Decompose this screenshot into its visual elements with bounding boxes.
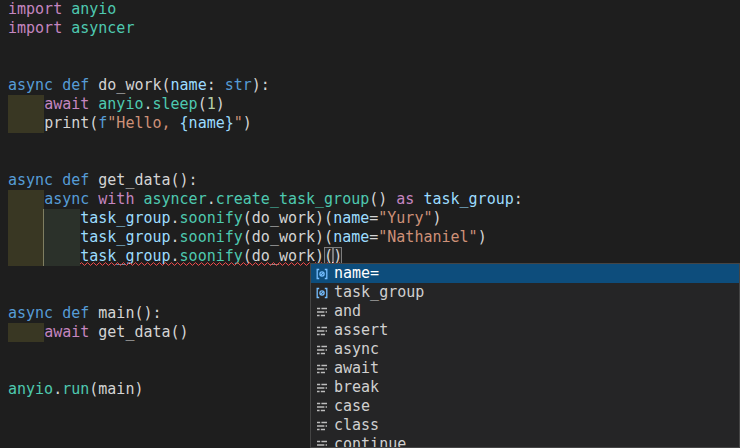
code-token: def — [62, 171, 89, 189]
code-token: await — [44, 95, 89, 113]
code-token: task_group — [80, 209, 170, 227]
code-line[interactable]: import anyio — [0, 0, 740, 19]
suggestion-item[interactable]: and — [311, 302, 739, 321]
code-token: do_work — [252, 209, 315, 227]
variable-icon — [314, 285, 330, 301]
code-token: 1 — [207, 95, 216, 113]
code-line[interactable]: task_group.soonify(do_work)(name="Nathan… — [0, 228, 740, 247]
keyword-icon — [314, 323, 330, 339]
code-token: (): — [171, 171, 198, 189]
code-token: soonify — [180, 209, 243, 227]
code-editor: import anyioimport asyncerasync def do_w… — [0, 0, 740, 448]
keyword-icon — [314, 399, 330, 415]
code-token: )( — [315, 228, 333, 246]
code-line[interactable] — [0, 38, 740, 57]
suggestion-label: name= — [334, 264, 379, 283]
code-token: ) — [216, 95, 225, 113]
code-token: f — [98, 114, 107, 132]
code-token: async — [8, 171, 53, 189]
code-token: ( — [89, 114, 98, 132]
suggestion-item[interactable]: await — [311, 359, 739, 378]
code-token — [8, 95, 44, 113]
code-line[interactable]: await anyio.sleep(1) — [0, 95, 740, 114]
code-token — [8, 114, 44, 132]
code-token: . — [53, 380, 62, 398]
code-token: . — [143, 95, 152, 113]
code-token: with — [98, 190, 134, 208]
code-line[interactable] — [0, 57, 740, 76]
suggestion-label: await — [334, 359, 379, 378]
error-squiggle — [80, 261, 346, 266]
code-token — [53, 171, 62, 189]
keyword-icon — [314, 342, 330, 358]
suggestion-item[interactable]: continue — [311, 435, 739, 448]
code-token — [89, 95, 98, 113]
code-line[interactable]: task_group.soonify(do_work)(name="Yury") — [0, 209, 740, 228]
code-token: )( — [315, 209, 333, 227]
code-token: async — [8, 76, 53, 94]
suggestion-label: async — [334, 340, 379, 359]
code-token: def — [62, 304, 89, 322]
suggestion-item[interactable]: break — [311, 378, 739, 397]
code-line[interactable]: async def do_work(name: str): — [0, 76, 740, 95]
code-token: name — [171, 76, 207, 94]
code-token: import — [8, 19, 62, 37]
suggestion-label: break — [334, 378, 379, 397]
code-token: ) — [243, 114, 252, 132]
variable-icon — [314, 266, 330, 282]
code-token: : — [514, 190, 523, 208]
suggestion-item[interactable]: async — [311, 340, 739, 359]
keyword-icon — [314, 437, 330, 448]
code-token: get_data — [98, 323, 170, 341]
code-line[interactable] — [0, 133, 740, 152]
code-token — [8, 247, 80, 265]
code-token — [8, 209, 80, 227]
code-token: anyio — [98, 95, 143, 113]
code-token: name — [333, 228, 369, 246]
code-token: anyio — [8, 380, 53, 398]
code-token: async — [8, 304, 53, 322]
code-token: name — [333, 209, 369, 227]
code-token: anyio — [71, 0, 116, 18]
code-token: sleep — [153, 95, 198, 113]
code-line[interactable] — [0, 152, 740, 171]
code-token — [8, 190, 44, 208]
code-token — [89, 171, 98, 189]
code-token — [89, 190, 98, 208]
keyword-icon — [314, 418, 330, 434]
code-token — [8, 228, 80, 246]
code-token: . — [207, 190, 216, 208]
code-token: task_group — [80, 228, 170, 246]
code-token: () — [369, 190, 396, 208]
code-token: ( — [243, 228, 252, 246]
code-token: get_data — [98, 171, 170, 189]
code-token: () — [171, 323, 189, 341]
code-token: ( — [198, 95, 207, 113]
code-line[interactable]: async with asyncer.create_task_group() a… — [0, 190, 740, 209]
code-token: {name} — [180, 114, 234, 132]
code-token: ) — [432, 209, 441, 227]
code-token: ( — [162, 76, 171, 94]
code-token: import — [8, 0, 62, 18]
code-token: . — [171, 228, 180, 246]
code-token: await — [44, 323, 89, 341]
code-token: soonify — [180, 228, 243, 246]
code-token: "Hello, — [107, 114, 179, 132]
code-token: . — [171, 209, 180, 227]
code-token: asyncer — [143, 190, 206, 208]
suggestion-item[interactable]: assert — [311, 321, 739, 340]
suggestion-label: and — [334, 302, 361, 321]
suggestion-item[interactable]: task_group — [311, 283, 739, 302]
code-token — [89, 76, 98, 94]
code-token: print — [44, 114, 89, 132]
suggestion-item[interactable]: class — [311, 416, 739, 435]
code-token: ( — [89, 380, 98, 398]
suggestion-item-selected[interactable]: name= — [311, 264, 739, 283]
code-token: do_work — [252, 228, 315, 246]
code-line[interactable]: print(f"Hello, {name}") — [0, 114, 740, 133]
keyword-icon — [314, 361, 330, 377]
code-line[interactable]: async def get_data(): — [0, 171, 740, 190]
code-token: task_group — [423, 190, 513, 208]
suggestion-item[interactable]: case — [311, 397, 739, 416]
code-line[interactable]: import asyncer — [0, 19, 740, 38]
